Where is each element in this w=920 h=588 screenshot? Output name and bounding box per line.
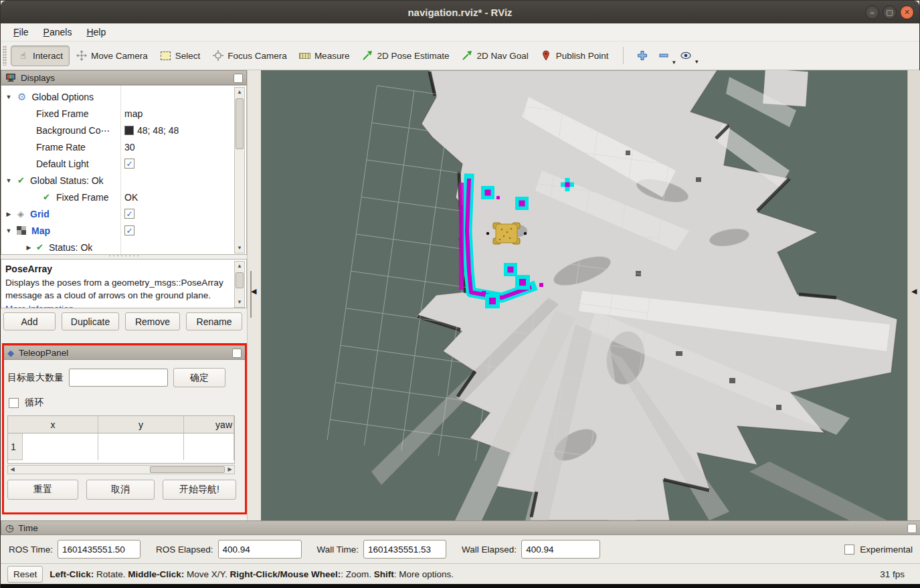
wall-elapsed-input[interactable]: [521, 540, 600, 559]
tool-interact[interactable]: ☝ Interact: [11, 45, 70, 66]
tree-row-background-color[interactable]: Background Co⋯ 48; 48; 48: [1, 122, 232, 138]
max-goals-input[interactable]: [69, 369, 168, 387]
experimental-label: Experimental: [860, 545, 913, 555]
cell-y[interactable]: [98, 433, 184, 460]
collapse-left-icon[interactable]: ◀: [911, 287, 917, 296]
duplicate-button[interactable]: Duplicate: [62, 312, 119, 330]
time-panel-header[interactable]: ◷ Time: [1, 520, 920, 535]
confirm-button[interactable]: 确定: [173, 368, 225, 387]
add-button[interactable]: Add: [3, 312, 56, 330]
column-header-y[interactable]: y: [98, 416, 184, 433]
close-button[interactable]: ✕: [900, 5, 914, 19]
ros-time-input[interactable]: [58, 540, 141, 559]
row-number[interactable]: 1: [8, 433, 23, 460]
tool-measure[interactable]: Measure: [293, 46, 356, 66]
scroll-right-icon[interactable]: ▶: [225, 466, 234, 474]
tree-value[interactable]: 48; 48; 48: [124, 125, 179, 136]
scroll-up-icon[interactable]: ▲: [235, 262, 244, 271]
tree-scrollbar[interactable]: ▲ ▼: [234, 87, 245, 254]
expander-icon[interactable]: ▶: [5, 211, 12, 217]
cancel-button[interactable]: 取消: [86, 480, 155, 500]
menu-file[interactable]: File: [7, 25, 35, 39]
tree-row-fixed-frame[interactable]: Fixed Frame map: [1, 105, 232, 122]
tool-2d-pose-estimate[interactable]: 2D Pose Estimate: [355, 46, 455, 66]
collapse-left-icon[interactable]: ◀: [251, 287, 256, 296]
expander-icon[interactable]: ▼: [5, 227, 12, 234]
table-hscrollbar[interactable]: ◀ ▶: [7, 465, 235, 474]
rename-button[interactable]: Rename: [186, 312, 242, 330]
checkbox-checked[interactable]: ✓: [124, 225, 134, 235]
color-swatch[interactable]: [124, 126, 134, 135]
teleop-panel-header[interactable]: ◆ TeleopPanel: [3, 345, 246, 360]
displays-tree[interactable]: ▼ ⚙ Global Options Fixed Frame map Backg…: [1, 85, 247, 255]
tree-row-global-options[interactable]: ▼ ⚙ Global Options: [1, 88, 232, 105]
scroll-left-icon[interactable]: ◀: [8, 466, 17, 474]
menu-help[interactable]: Help: [80, 25, 112, 39]
column-header-x[interactable]: x: [8, 416, 98, 433]
cell-x[interactable]: [23, 433, 98, 460]
wall-time-input[interactable]: [363, 540, 446, 559]
checkbox-checked[interactable]: ✓: [124, 209, 134, 219]
scrollbar-thumb[interactable]: [236, 272, 244, 288]
loop-checkbox[interactable]: [9, 398, 19, 408]
tree-row-default-light[interactable]: Default Light ✓: [1, 155, 232, 172]
view-visibility-button[interactable]: ▾: [674, 48, 697, 63]
tool-focus-camera[interactable]: Focus Camera: [206, 46, 293, 66]
tool-label: Focus Camera: [227, 51, 287, 61]
panel-float-button[interactable]: [232, 349, 242, 358]
scrollbar-thumb[interactable]: [150, 466, 225, 473]
scrollbar-thumb[interactable]: [236, 98, 244, 149]
waypoint-table[interactable]: x y yaw 1: [7, 415, 235, 464]
description-link[interactable]: More Information.: [5, 304, 76, 308]
zoom-in-button[interactable]: [632, 47, 653, 64]
scroll-down-icon[interactable]: ▼: [235, 298, 244, 307]
expander-icon[interactable]: ▶: [25, 244, 32, 251]
maximize-button[interactable]: ▢: [883, 5, 897, 19]
reset-goals-button[interactable]: 重置: [7, 480, 78, 500]
description-scrollbar[interactable]: ▲ ▼: [234, 261, 245, 308]
monitor-icon: [5, 73, 16, 82]
tool-publish-point[interactable]: Publish Point: [535, 46, 615, 66]
3d-view[interactable]: [261, 70, 907, 520]
remove-button[interactable]: Remove: [125, 312, 180, 330]
scroll-up-icon[interactable]: ▲: [235, 88, 244, 97]
panel-view-splitter[interactable]: ◀: [247, 70, 261, 520]
minimize-button[interactable]: −: [865, 5, 879, 19]
column-header-yaw[interactable]: yaw: [184, 416, 234, 433]
tree-value[interactable]: 30: [124, 142, 135, 153]
tool-select[interactable]: Select: [154, 46, 207, 66]
tool-2d-nav-goal[interactable]: 2D Nav Goal: [455, 46, 534, 66]
move-arrows-icon: [76, 50, 87, 62]
tree-value[interactable]: map: [124, 108, 143, 119]
tree-row-frame-rate[interactable]: Frame Rate 30: [1, 138, 232, 155]
tree-row-map[interactable]: ▼ Map ✓: [1, 222, 232, 239]
tree-row-map-status[interactable]: ▶ ✔ Status: Ok: [1, 239, 232, 255]
chevron-down-icon[interactable]: ▾: [695, 58, 699, 65]
map-scene: [261, 70, 907, 520]
display-buttons-row: Add Duplicate Remove Rename: [3, 312, 242, 330]
tree-row-grid[interactable]: ▶ ◈ Grid ✓: [1, 205, 232, 222]
experimental-checkbox[interactable]: [844, 545, 854, 555]
toolbar-drag-handle[interactable]: [3, 45, 7, 66]
displays-panel-header[interactable]: Displays: [1, 70, 247, 85]
tool-move-camera[interactable]: Move Camera: [70, 46, 154, 66]
scroll-down-icon[interactable]: ▼: [235, 243, 244, 253]
panel-splitter-handle[interactable]: [108, 255, 140, 258]
cell-yaw[interactable]: [184, 433, 234, 460]
panel-float-button[interactable]: [234, 74, 243, 83]
title-bar[interactable]: navigation.rviz* - RViz − ▢ ✕: [1, 1, 919, 23]
start-navigation-button[interactable]: 开始导航!: [163, 480, 236, 500]
expander-icon[interactable]: ▼: [5, 177, 12, 184]
panel-float-button[interactable]: [907, 524, 917, 533]
zoom-out-button[interactable]: ▾: [653, 47, 674, 64]
expander-icon[interactable]: ▼: [5, 94, 12, 100]
ros-elapsed-input[interactable]: [218, 540, 302, 559]
right-panel-collapsed[interactable]: ◀: [907, 70, 920, 520]
menu-panels[interactable]: Panels: [37, 25, 78, 39]
tree-row-fixed-frame-status[interactable]: ✔ Fixed Frame OK: [1, 189, 232, 205]
reset-button[interactable]: Reset: [7, 566, 43, 583]
tree-label: Global Options: [31, 92, 94, 102]
tree-row-global-status[interactable]: ▼ ✔ Global Status: Ok: [1, 172, 232, 189]
checkbox-checked[interactable]: ✓: [124, 159, 134, 169]
status-ok-check-icon: ✔: [17, 175, 25, 185]
